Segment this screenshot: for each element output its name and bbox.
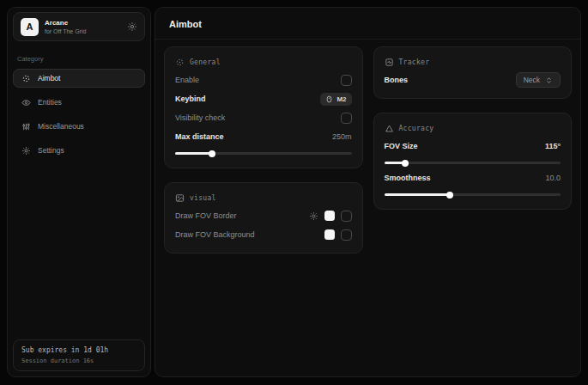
max-distance-row: Max distance 250m bbox=[175, 127, 352, 146]
visibility-check-row: Visibility check bbox=[175, 108, 352, 127]
app-name: Arcane bbox=[45, 19, 86, 27]
draw-fov-background-label: Draw FOV Background bbox=[175, 230, 255, 239]
sidebar-item-label: Settings bbox=[38, 146, 64, 155]
keybind-button[interactable]: M2 bbox=[320, 93, 351, 106]
card-title: Tracker bbox=[399, 58, 430, 66]
keybind-value: M2 bbox=[336, 95, 346, 103]
sidebar-item-aimbot[interactable]: Aimbot bbox=[13, 69, 145, 88]
card-title: Accuracy bbox=[399, 125, 434, 132]
max-distance-slider-thumb[interactable] bbox=[209, 150, 215, 157]
fov-size-label: FOV Size bbox=[385, 142, 418, 150]
sliders-icon bbox=[21, 122, 31, 131]
session-duration-text: Session duration 16s bbox=[21, 358, 136, 364]
enable-label: Enable bbox=[175, 76, 199, 84]
draw-fov-background-row: Draw FOV Background bbox=[175, 225, 352, 244]
fov-size-slider-thumb[interactable] bbox=[402, 160, 409, 167]
visibility-check-checkbox[interactable] bbox=[341, 113, 352, 124]
crosshair-dashed-icon bbox=[175, 58, 185, 67]
image-icon bbox=[175, 193, 185, 203]
gear-icon bbox=[21, 146, 31, 156]
content-area: General Enable Keybind bbox=[155, 40, 580, 260]
bones-row: Bones Neck bbox=[385, 70, 561, 89]
card-title: visual bbox=[190, 194, 216, 202]
pulse-icon bbox=[385, 58, 394, 67]
draw-fov-background-checkbox[interactable] bbox=[341, 229, 352, 241]
keybind-label: Keybind bbox=[175, 95, 206, 103]
enable-checkbox[interactable] bbox=[341, 75, 352, 86]
visibility-check-label: Visibility check bbox=[175, 113, 225, 122]
smoothness-row: Smoothness 10.0 bbox=[385, 168, 561, 187]
sidebar-item-settings[interactable]: Settings bbox=[13, 141, 145, 160]
settings-gear-icon[interactable] bbox=[127, 21, 137, 32]
bones-label: Bones bbox=[385, 76, 409, 84]
fov-size-slider[interactable] bbox=[385, 162, 561, 164]
sidebar-item-label: Entities bbox=[38, 98, 62, 107]
bones-select[interactable]: Neck bbox=[516, 72, 561, 88]
enable-row: Enable bbox=[175, 70, 352, 89]
category-label: Category bbox=[17, 55, 141, 63]
fov-border-settings-gear-icon[interactable] bbox=[309, 211, 318, 221]
subscription-card: Sub expires in 1d 01h Session duration 1… bbox=[13, 339, 145, 371]
sidebar: A Arcane for Off The Grid Category Aimbo… bbox=[7, 7, 151, 377]
fov-background-color-swatch[interactable] bbox=[324, 229, 335, 240]
app-subtitle: for Off The Grid bbox=[45, 28, 86, 34]
main-panel: Aimbot General Enable Keybind bbox=[155, 7, 581, 377]
accuracy-card: Accuracy FOV Size 115° Smoothness 10.0 bbox=[373, 113, 573, 210]
mouse-icon bbox=[325, 95, 333, 103]
smoothness-slider-thumb[interactable] bbox=[446, 192, 453, 199]
page-title: Aimbot bbox=[155, 8, 580, 40]
fov-border-color-swatch[interactable] bbox=[324, 211, 335, 221]
smoothness-label: Smoothness bbox=[385, 174, 431, 182]
smoothness-value: 10.0 bbox=[545, 174, 561, 182]
bones-selected-value: Neck bbox=[524, 76, 540, 84]
app-logo: A bbox=[21, 18, 39, 36]
fov-size-row: FOV Size 115° bbox=[385, 137, 561, 156]
eye-icon bbox=[21, 98, 31, 107]
chevrons-up-down-icon bbox=[545, 76, 553, 84]
sidebar-item-miscellaneous[interactable]: Miscellaneous bbox=[13, 117, 145, 136]
draw-fov-border-label: Draw FOV Border bbox=[175, 211, 237, 220]
sidebar-item-label: Miscellaneous bbox=[38, 122, 84, 131]
smoothness-slider[interactable] bbox=[385, 193, 561, 196]
sidebar-item-label: Aimbot bbox=[38, 74, 60, 82]
draw-fov-border-row: Draw FOV Border bbox=[175, 206, 352, 225]
tracker-card: Tracker Bones Neck bbox=[373, 46, 573, 99]
max-distance-value: 250m bbox=[332, 132, 352, 141]
max-distance-slider[interactable] bbox=[175, 152, 352, 155]
app-header-card: A Arcane for Off The Grid bbox=[13, 12, 145, 41]
card-title: General bbox=[190, 58, 221, 66]
max-distance-label: Max distance bbox=[175, 132, 224, 141]
keybind-row: Keybind M2 bbox=[175, 89, 352, 108]
fov-size-value: 115° bbox=[545, 142, 561, 150]
general-card: General Enable Keybind bbox=[164, 46, 363, 168]
draw-fov-border-checkbox[interactable] bbox=[341, 211, 352, 222]
sub-expiry-text: Sub expires in 1d 01h bbox=[21, 346, 136, 354]
crosshair-icon bbox=[21, 74, 31, 83]
triangle-icon bbox=[385, 124, 394, 133]
sidebar-nav: Aimbot Entities Miscellaneous bbox=[8, 69, 150, 160]
visual-card: visual Draw FOV Border bbox=[164, 182, 363, 254]
sidebar-item-entities[interactable]: Entities bbox=[13, 93, 145, 112]
